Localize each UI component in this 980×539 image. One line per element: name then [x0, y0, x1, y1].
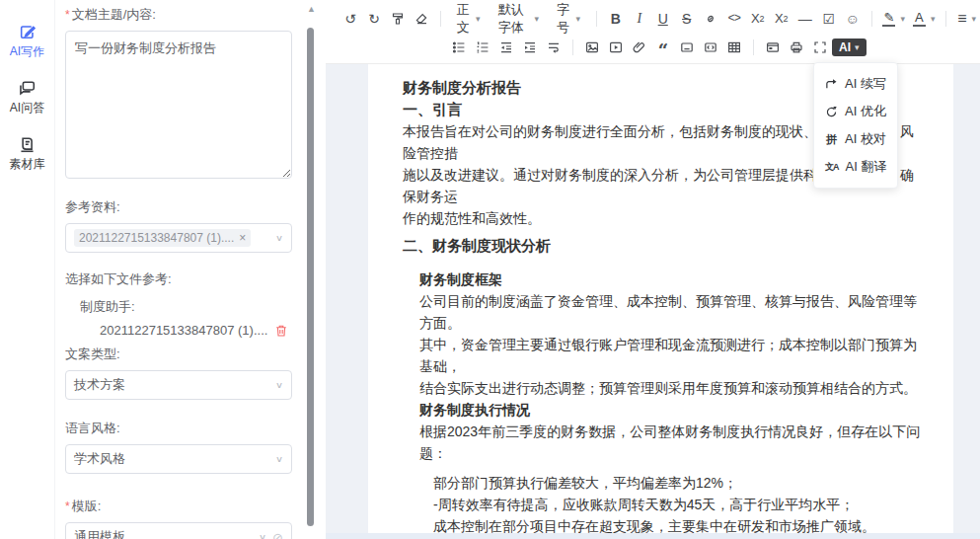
ai-tools-dropdown[interactable]: AI ▾ — [832, 38, 867, 56]
writing-form-panel: * 文档主题/内容: 写一份财务制度分析报告 参考资料: 20211227151… — [54, 0, 326, 539]
app: AI写作 AI问答 素材库 — [0, 0, 980, 539]
editor-mode-button[interactable] — [761, 36, 785, 59]
horizontal-rule-button[interactable]: — — [793, 7, 817, 31]
outdent-button[interactable] — [494, 36, 518, 59]
insert-table-button[interactable] — [722, 36, 746, 59]
editor-area: ↺ ↻ 正文 ▾ 默认字体 — [326, 0, 980, 539]
emoji-button[interactable]: ☺ — [841, 7, 865, 31]
menu-item-ai-proofread[interactable]: 拼 AI 校对 — [814, 125, 897, 153]
line-break-button[interactable] — [542, 36, 565, 59]
reference-label: 参考资料: — [65, 198, 292, 216]
sidebar-item-label: AI问答 — [10, 100, 44, 116]
caret-down-icon: ▾ — [576, 14, 581, 24]
template-value: 通用模板 — [74, 528, 259, 539]
print-button[interactable] — [785, 36, 808, 59]
file-row: 2021122715133847807 (1).... — [65, 323, 292, 338]
sidebar-item-label: AI写作 — [10, 43, 44, 60]
ai-optimize-icon — [825, 106, 838, 118]
strikethrough-button[interactable]: S — [675, 7, 699, 31]
editor-toolbar: ↺ ↻ 正文 ▾ 默认字体 — [326, 0, 980, 64]
issue-item: 部分部门预算执行偏差较大，平均偏差率为12%； — [433, 472, 926, 494]
ai-continue-icon — [825, 78, 838, 91]
sidebar-item-ai-qa[interactable]: AI问答 — [0, 80, 54, 116]
ordered-list-button[interactable] — [471, 36, 494, 59]
redo-button[interactable]: ↻ — [362, 7, 386, 31]
ai-qa-icon — [19, 80, 36, 97]
eraser-button[interactable] — [410, 7, 433, 31]
reference-select[interactable]: 2021122715133847807 (1).... × ∨ — [65, 223, 292, 253]
style-select[interactable]: 学术风格 ∨ — [65, 444, 292, 474]
doc-type-label: 文案类型: — [65, 346, 292, 363]
caret-down-icon: ▾ — [931, 14, 936, 24]
delete-file-icon[interactable] — [274, 324, 288, 338]
undo-button[interactable]: ↺ — [339, 7, 362, 31]
menu-item-ai-continue[interactable]: AI 续写 — [814, 70, 897, 98]
task-list-button[interactable]: ☑ — [817, 7, 841, 31]
font-family-dropdown[interactable]: 默认字体 ▾ — [490, 7, 548, 31]
ai-tools-menu: AI 续写 AI 优化 拼 AI 校对 文A AI 翻译 — [813, 62, 898, 189]
indent-button[interactable] — [518, 36, 542, 59]
chevron-down-icon: ∨ — [275, 454, 283, 464]
bullet-list-button[interactable] — [447, 36, 471, 59]
scroll-up-icon[interactable]: ▲ — [307, 4, 316, 14]
bottom-strip — [326, 533, 980, 539]
required-asterisk: * — [65, 500, 70, 513]
tag-close-icon[interactable]: × — [239, 231, 246, 245]
doc-type-select[interactable]: 技术方案 ∨ — [65, 370, 292, 400]
sub-heading: 财务制度执行情况 — [419, 399, 926, 421]
sub-heading: 财务制度框架 — [419, 269, 926, 290]
menu-item-ai-translate[interactable]: 文A AI 翻译 — [814, 153, 897, 181]
sidebar-item-label: 素材库 — [10, 156, 45, 173]
caret-down-icon: ▾ — [855, 42, 860, 52]
font-size-dropdown[interactable]: 字号 ▾ — [548, 7, 589, 31]
insert-image-button[interactable] — [580, 36, 604, 59]
file-section-label: 选择如下文件参考: — [65, 270, 292, 288]
paragraph-line: 结合实际支出进行动态调整；预算管理则采用年度预算和滚动预算相结合的方式。 — [419, 377, 926, 399]
sidebar-item-material-library[interactable]: 素材库 — [0, 136, 54, 173]
caret-down-icon: ▾ — [535, 14, 540, 24]
highlight-color-dropdown[interactable]: ✎ ▾ — [878, 7, 909, 31]
align-dropdown[interactable]: ≡ ▾ — [953, 7, 980, 31]
superscript-button[interactable]: X2 — [770, 7, 793, 31]
chevron-down-icon: ∨ — [275, 233, 283, 243]
blockquote-button[interactable]: “ — [651, 36, 675, 59]
attachment-button[interactable] — [628, 36, 651, 59]
paragraph-line: 作的规范性和高效性。 — [403, 207, 926, 229]
paragraph-line: 公司目前的制度涵盖了资金管理、成本控制、预算管理、核算与报告、风险管理等方面。 — [419, 290, 926, 334]
italic-button[interactable]: I — [628, 7, 651, 31]
ai-translate-icon: 文A — [825, 161, 839, 174]
font-color-dropdown[interactable]: A ▾ — [909, 7, 940, 31]
panel-scrollbar[interactable] — [307, 28, 314, 526]
topic-label: * 文档主题/内容: — [65, 6, 292, 24]
insert-divider-button[interactable] — [675, 36, 699, 59]
style-value: 学术风格 — [74, 450, 275, 468]
menu-item-ai-optimize[interactable]: AI 优化 — [814, 98, 897, 125]
inline-code-button[interactable]: <> — [722, 7, 746, 31]
link-button[interactable] — [699, 7, 722, 31]
subscript-button[interactable]: X2 — [746, 7, 770, 31]
left-nav-rail: AI写作 AI问答 素材库 — [0, 0, 54, 539]
file-group-label: 制度助手: — [80, 298, 292, 316]
sidebar-item-ai-writing[interactable]: AI写作 — [0, 24, 54, 60]
code-block-button[interactable] — [699, 36, 722, 59]
chevron-down-icon: ∨ — [259, 532, 266, 539]
template-select[interactable]: 通用模板 ∨ ⊘ — [65, 522, 292, 539]
section-heading: 二、财务制度现状分析 — [403, 235, 926, 257]
bold-button[interactable]: B — [604, 7, 628, 31]
insert-video-button[interactable] — [604, 36, 628, 59]
align-icon: ≡ — [957, 10, 966, 28]
file-name: 2021122715133847807 (1).... — [100, 323, 274, 338]
ai-writing-icon — [19, 24, 36, 40]
paragraph-line: 根据2023年前三季度的财务数据，公司整体财务制度执行情况良好，但存在以下问题： — [419, 421, 926, 464]
paragraph-style-dropdown[interactable]: 正文 ▾ — [448, 7, 490, 31]
template-label: * 模版: — [65, 498, 292, 515]
underline-button[interactable]: U — [651, 7, 675, 31]
paragraph-line: 其中，资金管理主要通过银行账户管理和现金流预测进行；成本控制以部门预算为基础， — [419, 334, 926, 377]
required-asterisk: * — [65, 8, 70, 22]
caret-down-icon: ▾ — [900, 14, 905, 24]
format-painter-button[interactable] — [386, 7, 410, 31]
chevron-down-icon: ∨ — [275, 380, 283, 390]
caret-down-icon: ▾ — [476, 14, 481, 24]
topic-textarea[interactable]: 写一份财务制度分析报告 — [65, 31, 292, 179]
fullscreen-button[interactable] — [808, 36, 832, 59]
